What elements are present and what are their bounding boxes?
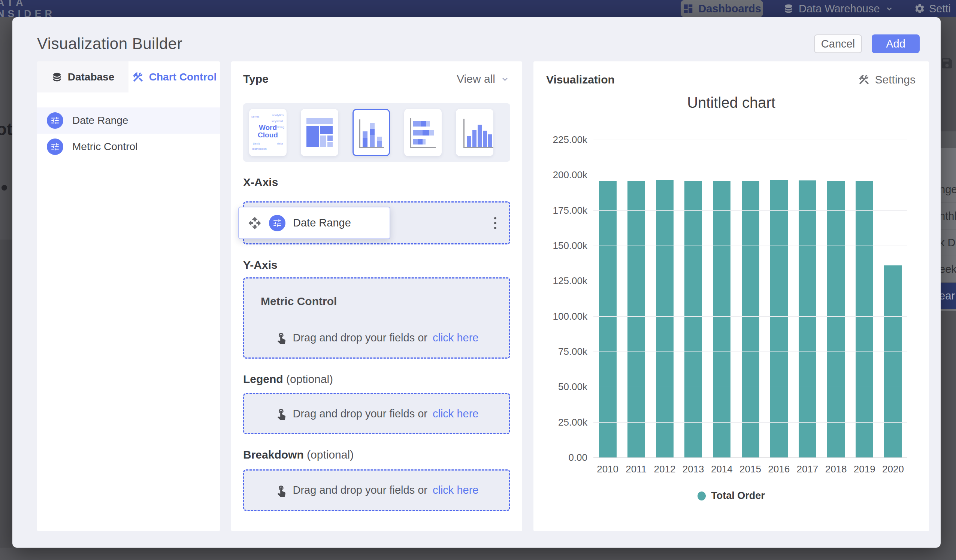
gear-icon	[914, 3, 925, 14]
database-icon	[51, 72, 63, 83]
x-tick-label: 2017	[793, 463, 822, 475]
visualization-panel: Visualization Settings Untitled chart 0.…	[533, 61, 929, 531]
legend-optional: (optional)	[286, 373, 333, 385]
x-tick-label: 2014	[708, 463, 736, 475]
page-title: Visualization Builder	[37, 35, 182, 53]
sliders-icon	[47, 112, 63, 129]
gridline	[593, 351, 907, 352]
chart-type-treemap[interactable]	[301, 109, 338, 156]
add-button[interactable]: Add	[872, 35, 920, 53]
chart-type-column[interactable]	[456, 109, 493, 156]
database-icon	[783, 3, 794, 14]
click-here-link[interactable]: click here	[433, 408, 479, 420]
save-icon	[940, 56, 954, 70]
bars-container	[593, 140, 907, 457]
y-axis-label: Y-Axis	[243, 259, 278, 271]
breakdown-drop-zone[interactable]: Drag and drop your fields or click here	[243, 469, 510, 511]
tap-icon	[275, 484, 288, 497]
bar-2012	[656, 180, 673, 457]
menu-item: k Date	[938, 229, 956, 256]
bar-2019	[855, 181, 873, 457]
settings-button[interactable]: Settings	[858, 74, 915, 86]
y-tick-label: 25.00k	[558, 416, 587, 428]
gridline	[593, 246, 907, 246]
chevron-down-icon	[500, 74, 510, 84]
tap-icon	[275, 407, 288, 420]
y-tick-label: 225.00k	[553, 134, 587, 146]
bar-2018	[827, 181, 845, 457]
tab-database[interactable]: Database	[37, 61, 129, 93]
y-tick-label: 50.00k	[558, 381, 587, 393]
chart-type-strip: series analytics keyword Word Cloud mini…	[243, 103, 510, 162]
bar-2014	[713, 181, 731, 457]
breakdown-optional: (optional)	[307, 449, 354, 461]
cancel-button[interactable]: Cancel	[814, 35, 862, 53]
click-here-link[interactable]: click here	[433, 332, 479, 344]
x-tick-label: 2012	[650, 463, 679, 475]
y-tick-label: 175.00k	[553, 204, 587, 216]
kebab-menu-icon[interactable]	[492, 215, 498, 231]
field-item-date-range[interactable]: Date Range	[37, 107, 220, 133]
gridline	[593, 140, 907, 140]
gridline	[593, 175, 907, 175]
breakdown-label: Breakdown	[243, 449, 304, 461]
app-navbar: ATA NSIDER Dashboards Data Warehouse Set…	[0, 0, 956, 17]
nav-tab-dashboards: Dashboards	[681, 0, 763, 17]
background-dropdown-menu: nge nthly k Date eekly ear	[938, 148, 956, 311]
click-here-link[interactable]: click here	[433, 484, 479, 496]
y-tick-label: 100.00k	[553, 310, 587, 322]
date-range-chip[interactable]: Date Range	[238, 207, 390, 239]
background-toolbar	[938, 17, 956, 132]
chart-title: Untitled chart	[533, 94, 929, 111]
chart-type-word-cloud[interactable]: series analytics keyword Word Cloud mini…	[249, 109, 286, 156]
y-tick-label: 200.00k	[553, 169, 587, 181]
tools-icon	[132, 71, 144, 83]
y-tick-label: 150.00k	[553, 240, 587, 251]
chart-type-stacked-column[interactable]	[352, 109, 390, 156]
bar-2020	[884, 265, 902, 457]
modal-header: Visualization Builder Cancel Add	[13, 17, 941, 61]
type-label: Type	[243, 73, 269, 85]
builder-panel: Type View all series analytics keyword W…	[231, 61, 522, 531]
y-axis-drop-zone[interactable]: Metric Control Drag and drop your fields…	[243, 278, 510, 359]
sliders-icon	[47, 138, 63, 155]
x-axis-drop-zone[interactable]: Date Range Date Range	[243, 201, 510, 245]
chart-legend: Total Order	[533, 490, 929, 502]
visualization-header: Visualization	[546, 74, 615, 86]
x-tick-label: 2016	[764, 463, 793, 475]
chip-label: Date Range	[293, 217, 351, 229]
gridline	[593, 422, 907, 423]
legend-drop-zone[interactable]: Drag and drop your fields or click here	[243, 393, 510, 434]
bar-2011	[627, 181, 645, 457]
gridline	[593, 281, 907, 281]
move-icon	[248, 216, 261, 230]
dashboard-icon	[682, 3, 694, 14]
nav-tab-data-warehouse: Data Warehouse	[783, 0, 894, 17]
chart-type-stacked-bar[interactable]	[404, 109, 442, 156]
x-tick-label: 2010	[593, 463, 622, 475]
visualization-builder-modal: Visualization Builder Cancel Add Databas…	[13, 17, 941, 547]
y-tick-label: 125.00k	[553, 275, 587, 287]
x-tick-label: 2020	[879, 463, 907, 475]
chevron-down-icon	[884, 4, 894, 14]
x-axis-labels: 2010201120122013201420152016201720182019…	[593, 463, 907, 475]
view-all-dropdown[interactable]: View all	[457, 73, 510, 85]
bar-2013	[684, 181, 702, 457]
fields-panel: Database Chart Control Date Range	[37, 61, 220, 531]
menu-item-selected: ear	[938, 282, 956, 309]
app-logo: ATA NSIDER	[0, 0, 55, 19]
field-item-metric-control[interactable]: Metric Control	[37, 133, 220, 160]
x-tick-label: 2015	[736, 463, 764, 475]
plot-area: 0.0025.00k50.00k75.00k100.00k125.00k150.…	[593, 140, 907, 458]
legend-label: Legend	[243, 373, 283, 385]
tab-chart-control[interactable]: Chart Control	[129, 61, 220, 93]
background-strip	[938, 132, 956, 148]
legend-series-label: Total Order	[711, 490, 765, 502]
nav-tab-settings: Setti	[914, 0, 956, 17]
bar-2015	[742, 181, 759, 457]
sliders-icon	[269, 215, 285, 231]
y-tick-label: 75.00k	[558, 345, 587, 357]
menu-item: eekly	[938, 256, 956, 282]
tools-icon	[858, 74, 870, 86]
legend-dot	[698, 491, 706, 500]
